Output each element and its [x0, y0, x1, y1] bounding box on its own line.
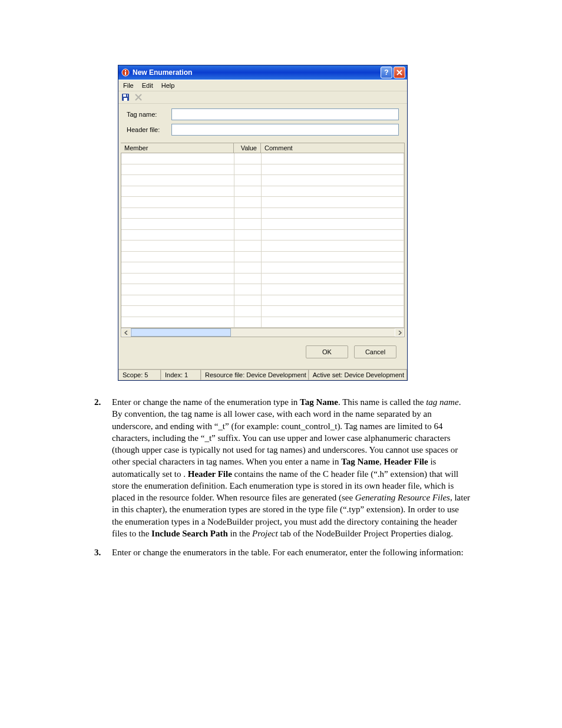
svg-rect-1	[125, 70, 126, 71]
menubar: File Edit Help	[118, 80, 407, 91]
table-row[interactable]	[121, 164, 404, 176]
table-row[interactable]	[121, 186, 404, 197]
table-row[interactable]	[121, 175, 404, 186]
table-row[interactable]	[121, 197, 404, 208]
step-3-body: Enter or change the enumerators in the t…	[112, 546, 471, 558]
menu-file[interactable]: File	[120, 81, 137, 90]
table-row[interactable]	[121, 274, 404, 285]
svg-rect-5	[124, 98, 127, 101]
scroll-track[interactable]	[131, 328, 395, 337]
tag-name-label: Tag name:	[127, 111, 171, 118]
step-2: 2. Enter or change the name of the enume…	[94, 396, 471, 539]
scroll-right-button[interactable]	[395, 328, 404, 337]
help-button[interactable]: ?	[381, 67, 392, 78]
menu-edit[interactable]: Edit	[138, 81, 157, 90]
col-value[interactable]: Value	[234, 143, 261, 153]
header-file-input[interactable]	[171, 124, 399, 136]
dialog-buttons: OK Cancel	[118, 337, 407, 369]
table-row[interactable]	[121, 306, 404, 317]
svg-rect-6	[126, 94, 127, 97]
tag-name-input[interactable]	[171, 108, 399, 120]
status-scope: Scope: 5	[118, 370, 161, 380]
table-row[interactable]	[121, 262, 404, 274]
status-index: Index: 1	[161, 370, 201, 380]
status-active: Active set: Device Development	[309, 370, 407, 380]
scroll-left-button[interactable]	[121, 328, 131, 337]
col-comment[interactable]: Comment	[261, 143, 405, 153]
step-number: 2.	[94, 396, 112, 408]
ok-button[interactable]: OK	[306, 345, 348, 358]
app-icon	[121, 68, 130, 77]
table-row[interactable]	[121, 219, 404, 230]
save-icon[interactable]	[121, 93, 130, 102]
members-grid: Member Value Comment	[121, 143, 405, 328]
titlebar: New Enumeration ?	[118, 65, 407, 80]
table-row[interactable]	[121, 295, 404, 307]
step-3: 3. Enter or change the enumerators in th…	[94, 546, 471, 558]
step-2-body: Enter or change the name of the enumerat…	[112, 396, 471, 539]
table-row[interactable]	[121, 208, 404, 219]
table-row[interactable]	[121, 153, 404, 164]
delete-icon[interactable]	[134, 93, 143, 102]
form-area: Tag name: Header file:	[118, 103, 407, 143]
statusbar: Scope: 5 Index: 1 Resource file: Device …	[118, 369, 407, 380]
table-row[interactable]	[121, 317, 404, 328]
window-title: New Enumeration	[133, 68, 379, 77]
table-row[interactable]	[121, 252, 404, 263]
table-row[interactable]	[121, 284, 404, 295]
table-row[interactable]	[121, 241, 404, 252]
table-row[interactable]	[121, 230, 404, 241]
svg-rect-2	[125, 72, 126, 75]
col-member[interactable]: Member	[121, 143, 234, 153]
header-file-label: Header file:	[127, 126, 171, 133]
close-button[interactable]	[394, 67, 405, 78]
toolbar	[118, 91, 407, 103]
horizontal-scrollbar[interactable]	[121, 328, 405, 337]
menu-help[interactable]: Help	[158, 81, 178, 90]
cancel-button[interactable]: Cancel	[354, 345, 396, 358]
new-enumeration-dialog: New Enumeration ? File Edit Help	[118, 65, 408, 381]
status-resource: Resource file: Device Development	[201, 370, 309, 380]
grid-header: Member Value Comment	[121, 143, 405, 153]
grid-body[interactable]	[121, 153, 405, 328]
scroll-thumb[interactable]	[131, 328, 231, 337]
step-number: 3.	[94, 546, 112, 558]
